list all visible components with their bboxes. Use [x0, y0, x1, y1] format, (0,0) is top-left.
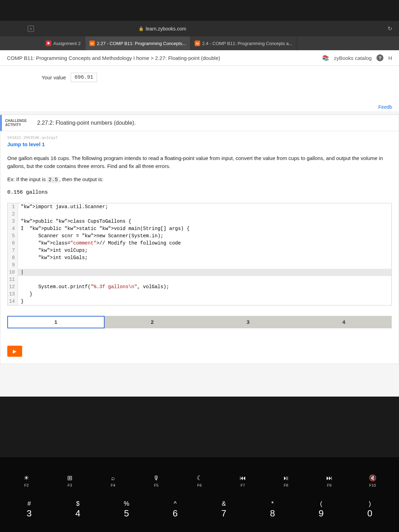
code-editor[interactable]: 1"kw">import java.util.Scanner;23"kw">pu…: [7, 203, 392, 305]
code-line[interactable]: 3"kw">public "kw">class CupsToGallons {: [8, 218, 391, 225]
line-content[interactable]: I "kw">public "kw">static "kw">void main…: [18, 225, 391, 232]
key-icon: 🔇: [369, 474, 376, 482]
line-content[interactable]: "kw">int volCups;: [18, 247, 391, 254]
key-f6: ☾F6: [180, 471, 219, 490]
code-line[interactable]: 2: [8, 211, 391, 218]
key-number: 4: [76, 508, 80, 519]
key-label: F7: [240, 483, 245, 487]
line-content[interactable]: System.out.printf("%.3f gallons\n", volG…: [18, 283, 391, 291]
line-content[interactable]: |: [18, 269, 391, 276]
code-line[interactable]: 1"kw">import java.util.Scanner;: [8, 203, 391, 211]
line-number: 10: [8, 269, 18, 276]
key-symbol: $: [76, 500, 80, 507]
key-symbol: *: [271, 500, 274, 507]
key-symbol: %: [124, 500, 129, 507]
key-icon: ☀: [24, 474, 29, 482]
key-icon: ☾: [197, 474, 202, 482]
key-label: F3: [68, 483, 72, 487]
catalog-icon[interactable]: 📚: [322, 55, 329, 61]
key-number: 5: [124, 508, 129, 519]
url-text: learn.zybooks.com: [146, 26, 186, 32]
line-number: 11: [8, 276, 18, 283]
check-button[interactable]: ▶: [7, 346, 22, 357]
line-content[interactable]: [18, 261, 391, 269]
line-content[interactable]: [18, 276, 391, 283]
tab-label: 2.27 - COMP B11: Programming Concepts...: [97, 41, 186, 46]
key-label: F6: [197, 483, 202, 487]
line-content[interactable]: Scanner scnr = "kw">new Scanner(System.i…: [18, 232, 391, 240]
problem-paragraph-2: Ex: If the input is 2.5, then the output…: [0, 174, 399, 187]
key-label: F8: [284, 483, 288, 487]
key-6: ^6: [153, 497, 198, 522]
key-number: 6: [173, 508, 178, 519]
code-line[interactable]: 8 "kw">int volGals;: [8, 254, 391, 261]
code-line[interactable]: 10|: [8, 269, 391, 276]
key-f10: 🔇F10: [353, 471, 392, 490]
line-number: 12: [8, 283, 18, 291]
tab-current[interactable]: zy 2.27 - COMP B11: Programming Concepts…: [85, 36, 190, 50]
feedback-link[interactable]: Feedb: [0, 103, 399, 111]
catalog-label[interactable]: zyBooks catalog: [334, 55, 372, 61]
key-label: F10: [369, 483, 376, 487]
tab-spacer: [0, 36, 42, 50]
breadcrumb-bar: COMP B11: Programming Concepts and Metho…: [0, 50, 399, 66]
code-line[interactable]: 4I "kw">public "kw">static "kw">void mai…: [8, 225, 391, 232]
code-line[interactable]: 11: [8, 276, 391, 283]
example-output: 0.156 gallons: [0, 187, 399, 200]
line-content[interactable]: "kw">import java.util.Scanner;: [18, 203, 391, 211]
line-number: 1: [8, 203, 18, 211]
key-symbol: ^: [174, 500, 177, 507]
line-number: 13: [8, 291, 18, 298]
line-content[interactable]: [18, 211, 391, 218]
line-content[interactable]: }: [18, 298, 391, 305]
key-symbol: (: [320, 500, 322, 507]
page-content: COMP B11: Programming Concepts and Metho…: [0, 50, 399, 397]
code-line[interactable]: 14}: [8, 298, 391, 305]
key-label: F4: [111, 483, 115, 487]
key-icon: 🎙: [153, 475, 159, 482]
line-number: 2: [8, 211, 18, 218]
line-content[interactable]: }: [18, 291, 391, 298]
level-box-1[interactable]: 1: [7, 316, 105, 328]
level-indicator: 1234: [7, 316, 392, 328]
line-content[interactable]: "kw">class="comment">// Modify the follo…: [18, 240, 391, 247]
tab-other[interactable]: zy 2.4 - COMP B11: Programming Concepts …: [190, 36, 297, 50]
canvas-icon: ✽: [46, 41, 51, 46]
code-line[interactable]: 13 }: [8, 291, 391, 298]
key-8: *8: [250, 497, 295, 522]
your-value-label: Your value: [42, 74, 66, 80]
help-icon[interactable]: ?: [376, 54, 383, 61]
key-f2: ☀F2: [7, 471, 46, 490]
code-line[interactable]: 5 Scanner scnr = "kw">new Scanner(System…: [8, 232, 391, 240]
line-content[interactable]: "kw">public "kw">class CupsToGallons {: [18, 218, 391, 225]
breadcrumb-text[interactable]: COMP B11: Programming Concepts and Metho…: [7, 55, 220, 61]
zybooks-icon: zy: [195, 41, 200, 46]
line-number: 5: [8, 232, 18, 240]
challenge-title: 2.27.2: Floating-point numbers (double).: [30, 115, 143, 131]
your-value-code: 696.91: [71, 73, 97, 82]
key-symbol: ): [369, 500, 371, 507]
problem-paragraph-1: One gallon equals 16 cups. The following…: [0, 153, 399, 174]
code-line[interactable]: 12 System.out.printf("%.3f gallons\n", v…: [8, 283, 391, 291]
notes-icon[interactable]: ≡: [28, 26, 34, 32]
browser-tabs: ✽ Assignment 2 zy 2.27 - COMP B11: Progr…: [0, 36, 399, 50]
code-line[interactable]: 6 "kw">class="comment">// Modify the fol…: [8, 240, 391, 247]
tab-assignment[interactable]: ✽ Assignment 2: [42, 36, 85, 50]
url-display[interactable]: 🔒 learn.zybooks.com: [139, 26, 186, 32]
code-line[interactable]: 9: [8, 261, 391, 269]
key-number: 0: [367, 508, 372, 519]
level-box-3[interactable]: 3: [200, 316, 296, 328]
level-box-4[interactable]: 4: [296, 316, 392, 328]
key-symbol: #: [27, 500, 31, 507]
code-line[interactable]: 7 "kw">int volCups;: [8, 247, 391, 254]
key-number: 9: [319, 508, 323, 519]
reload-icon[interactable]: ↻: [388, 25, 392, 32]
jump-to-level-link[interactable]: Jump to level 1: [0, 141, 399, 153]
line-content[interactable]: "kw">int volGals;: [18, 254, 391, 261]
key-icon: ⏯: [283, 475, 289, 482]
key-number: 8: [270, 508, 275, 519]
key-f3: ⊞F3: [50, 471, 89, 490]
help-text[interactable]: H: [388, 55, 392, 61]
level-box-2[interactable]: 2: [105, 316, 201, 328]
key-7: &7: [202, 497, 246, 522]
